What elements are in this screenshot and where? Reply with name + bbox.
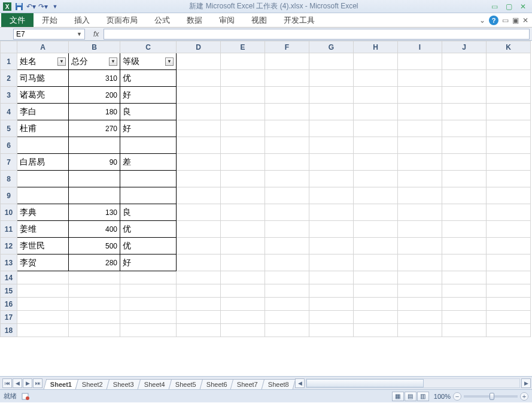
cell[interactable]: [309, 204, 354, 221]
cell[interactable]: [17, 137, 69, 154]
cell[interactable]: [69, 298, 120, 311]
cell[interactable]: [69, 324, 120, 337]
cell[interactable]: [309, 137, 354, 154]
cell[interactable]: 姓名▼: [17, 53, 69, 70]
cell[interactable]: [442, 104, 487, 120]
cell[interactable]: [487, 204, 531, 221]
cell[interactable]: 200: [69, 87, 120, 104]
cell[interactable]: [442, 271, 487, 284]
cell[interactable]: [309, 87, 354, 104]
cell[interactable]: [265, 238, 309, 254]
cell[interactable]: 李白: [17, 104, 69, 120]
cell[interactable]: [442, 311, 487, 324]
cell[interactable]: [221, 204, 265, 221]
file-tab[interactable]: 文件: [1, 13, 34, 27]
hscroll-right-icon[interactable]: ▶: [521, 378, 531, 388]
cell[interactable]: [309, 171, 354, 187]
cell[interactable]: [309, 238, 354, 254]
cell[interactable]: [177, 324, 221, 337]
cell[interactable]: [221, 238, 265, 254]
cell[interactable]: [309, 221, 354, 238]
cell[interactable]: 500: [69, 238, 120, 254]
cell[interactable]: [221, 187, 265, 204]
ribbon-min-icon[interactable]: ▭: [502, 16, 509, 25]
cell[interactable]: 优: [120, 238, 177, 254]
cell[interactable]: [177, 137, 221, 154]
cell[interactable]: [120, 298, 177, 311]
cell[interactable]: [265, 271, 309, 284]
cell[interactable]: [120, 284, 177, 298]
cell[interactable]: [398, 238, 442, 254]
cell[interactable]: [487, 104, 531, 120]
qat-dropdown-icon[interactable]: ▼: [50, 2, 60, 11]
cell[interactable]: [354, 104, 398, 120]
cell[interactable]: [120, 271, 177, 284]
cell[interactable]: [398, 120, 442, 137]
cell[interactable]: [221, 53, 265, 70]
cell[interactable]: [221, 284, 265, 298]
cell[interactable]: [354, 298, 398, 311]
cell[interactable]: [265, 87, 309, 104]
cell[interactable]: [309, 284, 354, 298]
zoom-in-icon[interactable]: +: [520, 392, 528, 401]
cell[interactable]: [177, 204, 221, 221]
cell[interactable]: 李世民: [17, 238, 69, 254]
cell[interactable]: [487, 271, 531, 284]
sheet-tab[interactable]: Sheet1: [44, 379, 79, 389]
cell[interactable]: 180: [69, 104, 120, 120]
undo-icon[interactable]: ↶▾: [26, 2, 36, 11]
cell[interactable]: [309, 154, 354, 171]
cell[interactable]: [120, 137, 177, 154]
cell[interactable]: [221, 87, 265, 104]
cell[interactable]: [17, 171, 69, 187]
cell[interactable]: [265, 53, 309, 70]
cell[interactable]: [398, 284, 442, 298]
cell[interactable]: [354, 254, 398, 271]
cell[interactable]: [177, 120, 221, 137]
sheet-tab[interactable]: Sheet7: [230, 379, 265, 389]
cell[interactable]: [309, 254, 354, 271]
cell[interactable]: [354, 137, 398, 154]
cell[interactable]: 司马懿: [17, 70, 69, 87]
cell[interactable]: [69, 171, 120, 187]
sheet-tab[interactable]: Sheet5: [168, 379, 202, 389]
cell[interactable]: [177, 284, 221, 298]
cell[interactable]: [177, 187, 221, 204]
close-icon[interactable]: ✕: [516, 2, 530, 11]
row-header[interactable]: 9: [1, 187, 17, 204]
cell[interactable]: [265, 154, 309, 171]
cell[interactable]: [442, 254, 487, 271]
cell[interactable]: [398, 221, 442, 238]
cell[interactable]: [177, 311, 221, 324]
tab-developer[interactable]: 开发工具: [275, 13, 323, 27]
sheet-tab[interactable]: Sheet3: [107, 379, 141, 389]
cell[interactable]: [69, 271, 120, 284]
cell[interactable]: [221, 120, 265, 137]
cell[interactable]: [265, 204, 309, 221]
cell[interactable]: [487, 137, 531, 154]
tab-view[interactable]: 视图: [243, 13, 275, 27]
cell[interactable]: [398, 154, 442, 171]
row-header[interactable]: 13: [1, 254, 17, 271]
cell[interactable]: [354, 70, 398, 87]
cell[interactable]: [309, 187, 354, 204]
cell[interactable]: [487, 53, 531, 70]
cell[interactable]: 李贺: [17, 254, 69, 271]
cell[interactable]: [265, 187, 309, 204]
restore-icon[interactable]: ▢: [502, 2, 515, 11]
redo-icon[interactable]: ↷▾: [38, 2, 48, 11]
cell[interactable]: [442, 87, 487, 104]
cell[interactable]: 白居易: [17, 154, 69, 171]
cell[interactable]: [398, 298, 442, 311]
cell[interactable]: [398, 187, 442, 204]
cell[interactable]: [354, 238, 398, 254]
cell[interactable]: [69, 284, 120, 298]
cell[interactable]: [487, 254, 531, 271]
cell[interactable]: [309, 53, 354, 70]
cell[interactable]: [177, 221, 221, 238]
cell[interactable]: [442, 70, 487, 87]
cell[interactable]: [221, 324, 265, 337]
tab-review[interactable]: 审阅: [211, 13, 243, 27]
cell[interactable]: [487, 238, 531, 254]
cell[interactable]: [265, 104, 309, 120]
